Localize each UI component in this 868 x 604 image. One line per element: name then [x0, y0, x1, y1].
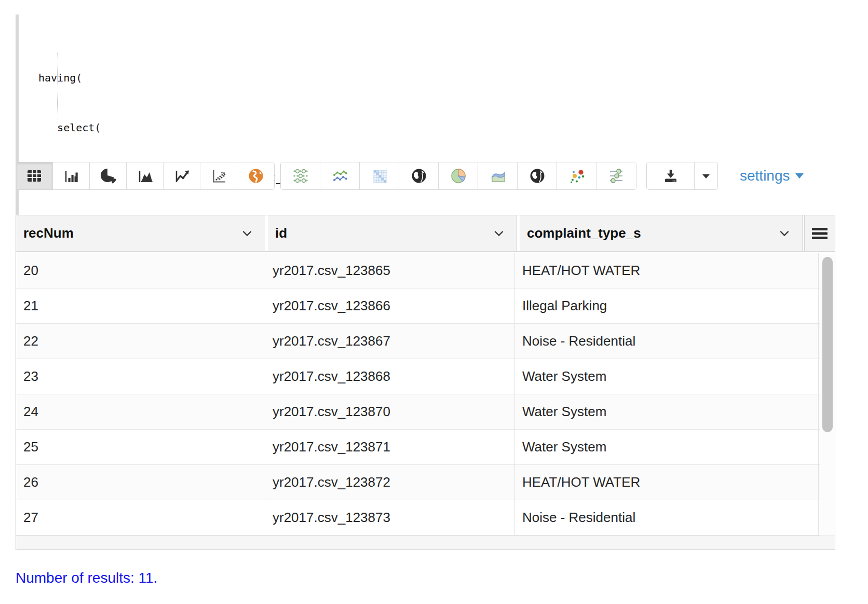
- globe-dark-icon: [527, 166, 547, 186]
- bar-chart-icon: [61, 166, 81, 186]
- table-row: 25 yr2017.csv_123871 Water System: [16, 430, 820, 465]
- cell-recNum: 21: [16, 289, 265, 323]
- cell-complaint-type: Illegal Parking: [515, 289, 819, 323]
- download-button[interactable]: [647, 162, 695, 189]
- bubble-matrix-button[interactable]: [281, 162, 320, 189]
- hamburger-menu-icon: [811, 227, 828, 240]
- cell-recNum: 27: [16, 500, 265, 535]
- caret-down-icon: [700, 170, 712, 182]
- table-row: 20 yr2017.csv_123865 HEAT/HOT WATER: [16, 253, 820, 289]
- pie-chart-icon: [98, 166, 118, 186]
- column-menu-chevron-icon[interactable]: [242, 230, 252, 237]
- world-map-2-button[interactable]: [518, 162, 557, 189]
- cell-recNum: 20: [16, 253, 265, 288]
- table-icon: [24, 166, 44, 186]
- column-header-complaint-type[interactable]: complaint_type_s: [520, 215, 803, 251]
- pie-chart-button[interactable]: [90, 162, 127, 189]
- column-label: id: [275, 225, 287, 241]
- visualization-toolbar: settings: [16, 162, 851, 190]
- settings-label: settings: [740, 168, 790, 184]
- grid-header: recNum id complaint_type_s: [16, 215, 835, 252]
- settings-caret-icon: [795, 173, 804, 179]
- settings-toggle[interactable]: settings: [740, 168, 804, 184]
- cell-complaint-type: Noise - Residential: [515, 324, 819, 359]
- column-label: recNum: [23, 225, 74, 241]
- line-chart-icon: [172, 166, 192, 186]
- sliders-button[interactable]: [596, 162, 636, 189]
- cell-complaint-type: Water System: [515, 359, 819, 394]
- cell-id: yr2017.csv_123866: [265, 289, 515, 323]
- cell-recNum: 24: [16, 394, 265, 429]
- cell-id: yr2017.csv_123865: [265, 253, 515, 288]
- horizontal-scrollbar-area[interactable]: [16, 536, 835, 550]
- table-view-button[interactable]: [16, 162, 53, 189]
- cell-id: yr2017.csv_123872: [265, 465, 515, 500]
- area-color-icon: [488, 166, 508, 186]
- vertical-scrollbar-track[interactable]: [820, 254, 835, 538]
- download-icon: [661, 166, 681, 186]
- download-options-button[interactable]: [695, 162, 717, 189]
- bubble-matrix-icon: [291, 166, 310, 186]
- bar-chart-button[interactable]: [53, 162, 90, 189]
- heatmap-grid-button[interactable]: [360, 162, 399, 189]
- code-line: select(: [38, 119, 846, 136]
- column-menu-chevron-icon[interactable]: [779, 230, 790, 237]
- line-chart-button[interactable]: [164, 162, 200, 189]
- table-row: 21 yr2017.csv_123866 Illegal Parking: [16, 289, 820, 324]
- cell-recNum: 25: [16, 430, 265, 464]
- cell-id: yr2017.csv_123873: [265, 500, 515, 535]
- table-row: 23 yr2017.csv_123868 Water System: [16, 359, 820, 394]
- cell-complaint-type: HEAT/HOT WATER: [515, 465, 819, 500]
- cell-complaint-type: Water System: [515, 430, 819, 464]
- plugin-button-group: [280, 162, 636, 190]
- area-color-button[interactable]: [478, 162, 518, 189]
- results-grid: recNum id complaint_type_s: [16, 215, 835, 550]
- cell-id: yr2017.csv_123870: [265, 394, 515, 429]
- heatmap-grid-icon: [370, 166, 389, 186]
- column-label: complaint_type_s: [527, 225, 641, 241]
- cell-recNum: 23: [16, 359, 265, 394]
- scatter-plot-button[interactable]: [200, 162, 237, 189]
- map-view-button[interactable]: [237, 162, 274, 189]
- grid-body: 20 yr2017.csv_123865 HEAT/HOT WATER 21 y…: [16, 253, 820, 536]
- cell-recNum: 26: [16, 465, 265, 500]
- column-header-recNum[interactable]: recNum: [16, 215, 265, 251]
- globe-orange-icon: [246, 166, 266, 186]
- code-line: having(: [38, 70, 846, 86]
- cell-id: yr2017.csv_123871: [265, 430, 515, 464]
- indent-guide: [57, 53, 58, 119]
- grid-menu-button[interactable]: [804, 215, 835, 251]
- table-row: 27 yr2017.csv_123873 Noise - Residential: [16, 500, 820, 536]
- area-chart-button[interactable]: [127, 162, 164, 189]
- table-row: 26 yr2017.csv_123872 HEAT/HOT WATER: [16, 465, 820, 500]
- scatter-color-icon: [567, 166, 587, 186]
- cell-complaint-type: Noise - Residential: [515, 500, 819, 535]
- vertical-scrollbar-thumb[interactable]: [822, 257, 833, 432]
- globe-dark-icon: [409, 166, 429, 186]
- scatter-plot-icon: [209, 166, 228, 186]
- table-row: 24 yr2017.csv_123870 Water System: [16, 394, 820, 430]
- cell-complaint-type: HEAT/HOT WATER: [515, 253, 819, 288]
- view-button-group: [16, 162, 275, 190]
- cell-recNum: 22: [16, 324, 265, 359]
- sliders-icon: [606, 166, 626, 186]
- cell-complaint-type: Water System: [515, 394, 819, 429]
- table-row: 22 yr2017.csv_123867 Noise - Residential: [16, 324, 820, 359]
- multi-line-chart-icon: [330, 166, 350, 186]
- pie-color-icon: [449, 166, 468, 186]
- world-map-button[interactable]: [399, 162, 439, 189]
- scatter-color-button[interactable]: [557, 162, 596, 189]
- area-chart-icon: [135, 166, 155, 186]
- pie-color-button[interactable]: [439, 162, 478, 189]
- multi-line-chart-button[interactable]: [320, 162, 360, 189]
- download-button-group: [646, 162, 718, 190]
- column-header-id[interactable]: id: [268, 215, 517, 251]
- cell-id: yr2017.csv_123868: [265, 359, 515, 394]
- column-menu-chevron-icon[interactable]: [494, 230, 504, 237]
- cell-id: yr2017.csv_123867: [265, 324, 515, 359]
- results-count-text: Number of results: 11.: [16, 570, 157, 586]
